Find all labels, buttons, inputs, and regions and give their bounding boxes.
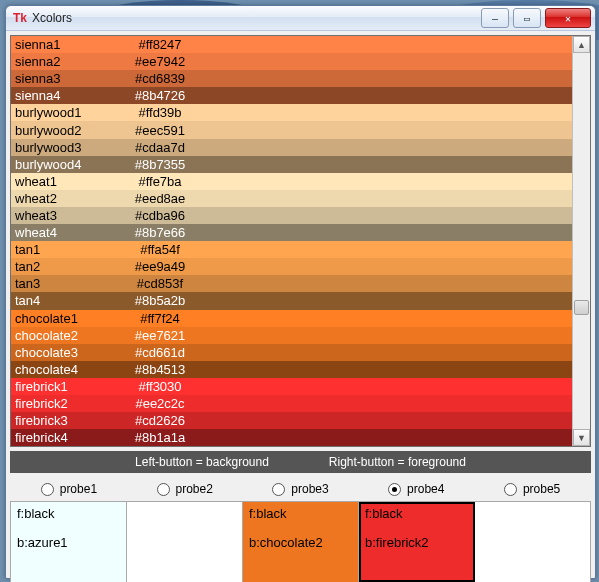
color-row[interactable]: burlywood1#ffd39b (11, 104, 572, 121)
color-row[interactable]: chocolate4#8b4513 (11, 361, 572, 378)
color-hex: #ee7621 (115, 328, 205, 343)
color-row[interactable]: tan4#8b5a2b (11, 292, 572, 309)
color-hex: #ff8247 (115, 37, 205, 52)
radio-icon (388, 483, 401, 496)
color-row[interactable]: tan2#ee9a49 (11, 258, 572, 275)
color-row[interactable]: sienna4#8b4726 (11, 87, 572, 104)
radio-icon (272, 483, 285, 496)
color-name: wheat2 (15, 191, 115, 206)
probe-radio-label: probe1 (60, 482, 97, 496)
help-bar: Left-button = background Right-button = … (10, 451, 591, 473)
color-hex: #8b5a2b (115, 293, 205, 308)
color-row[interactable]: firebrick4#8b1a1a (11, 429, 572, 446)
color-row[interactable]: wheat4#8b7e66 (11, 224, 572, 241)
color-name: burlywood3 (15, 140, 115, 155)
color-hex: #8b1a1a (115, 430, 205, 445)
color-hex: #ffe7ba (115, 174, 205, 189)
color-hex: #cd2626 (115, 413, 205, 428)
probe-cell[interactable] (475, 502, 590, 582)
color-name: firebrick3 (15, 413, 115, 428)
color-list: sienna1#ff8247sienna2#ee7942sienna3#cd68… (10, 35, 591, 447)
color-row[interactable]: firebrick1#ff3030 (11, 378, 572, 395)
color-name: wheat3 (15, 208, 115, 223)
color-name: burlywood2 (15, 123, 115, 138)
color-name: burlywood4 (15, 157, 115, 172)
color-hex: #ff7f24 (115, 311, 205, 326)
color-hex: #cdaa7d (115, 140, 205, 155)
probe-radio-row: probe1probe2probe3probe4probe5 (10, 475, 591, 501)
probe-cell[interactable]: f:blackb:azure1 (11, 502, 127, 582)
color-name: burlywood1 (15, 105, 115, 120)
color-name: wheat1 (15, 174, 115, 189)
color-row[interactable]: sienna3#cd6839 (11, 70, 572, 87)
color-name: chocolate3 (15, 345, 115, 360)
probe-cell[interactable]: f:blackb:firebrick2 (359, 502, 475, 582)
color-hex: #8b4513 (115, 362, 205, 377)
color-hex: #eec591 (115, 123, 205, 138)
color-row[interactable]: wheat1#ffe7ba (11, 173, 572, 190)
probe-radio-probe3[interactable]: probe3 (243, 482, 359, 496)
color-row[interactable]: burlywood3#cdaa7d (11, 139, 572, 156)
scroll-up-button[interactable]: ▲ (573, 36, 590, 53)
color-row[interactable]: wheat2#eed8ae (11, 190, 572, 207)
close-button[interactable]: ✕ (545, 8, 591, 28)
color-name: wheat4 (15, 225, 115, 240)
scrollbar[interactable]: ▲ ▼ (572, 36, 590, 446)
probe-radio-probe4[interactable]: probe4 (358, 482, 474, 496)
color-row[interactable]: burlywood4#8b7355 (11, 156, 572, 173)
probe-cell[interactable] (127, 502, 243, 582)
probe-fg-label: f:black (17, 506, 120, 521)
radio-icon (504, 483, 517, 496)
color-row[interactable]: burlywood2#eec591 (11, 121, 572, 138)
color-row[interactable]: tan3#cd853f (11, 275, 572, 292)
scroll-thumb[interactable] (574, 300, 589, 315)
minimize-button[interactable]: — (481, 8, 509, 28)
color-name: sienna3 (15, 71, 115, 86)
color-hex: #8b4726 (115, 88, 205, 103)
color-hex: #ffa54f (115, 242, 205, 257)
help-left: Left-button = background (135, 455, 269, 469)
probe-cell[interactable]: f:blackb:chocolate2 (243, 502, 359, 582)
color-name: tan3 (15, 276, 115, 291)
color-name: chocolate4 (15, 362, 115, 377)
color-hex: #eed8ae (115, 191, 205, 206)
probe-radio-probe5[interactable]: probe5 (474, 482, 590, 496)
color-name: tan1 (15, 242, 115, 257)
color-name: sienna1 (15, 37, 115, 52)
probe-fg-label: f:black (365, 506, 468, 521)
color-hex: #ee2c2c (115, 396, 205, 411)
color-row[interactable]: sienna2#ee7942 (11, 53, 572, 70)
scroll-down-button[interactable]: ▼ (573, 429, 590, 446)
color-name: sienna2 (15, 54, 115, 69)
color-hex: #cd853f (115, 276, 205, 291)
titlebar[interactable]: Tk Xcolors — ▭ ✕ (6, 6, 595, 31)
color-row[interactable]: firebrick3#cd2626 (11, 412, 572, 429)
color-hex: #cdba96 (115, 208, 205, 223)
probe-radio-probe1[interactable]: probe1 (11, 482, 127, 496)
probe-bg-label: b:firebrick2 (365, 535, 468, 550)
color-row[interactable]: chocolate3#cd661d (11, 344, 572, 361)
probe-cells: f:blackb:azure1f:blackb:chocolate2f:blac… (10, 501, 591, 582)
probe-radio-label: probe3 (291, 482, 328, 496)
help-right: Right-button = foreground (329, 455, 466, 469)
color-name: sienna4 (15, 88, 115, 103)
probe-bg-label: b:chocolate2 (249, 535, 352, 550)
probe-fg-label: f:black (249, 506, 352, 521)
color-row[interactable]: sienna1#ff8247 (11, 36, 572, 53)
color-name: firebrick2 (15, 396, 115, 411)
color-name: chocolate1 (15, 311, 115, 326)
color-hex: #ff3030 (115, 379, 205, 394)
maximize-button[interactable]: ▭ (513, 8, 541, 28)
probe-radio-label: probe2 (176, 482, 213, 496)
color-row[interactable]: firebrick2#ee2c2c (11, 395, 572, 412)
window: Tk Xcolors — ▭ ✕ sienna1#ff8247sienna2#e… (5, 5, 596, 579)
probe-radio-probe2[interactable]: probe2 (127, 482, 243, 496)
probe-radio-label: probe4 (407, 482, 444, 496)
color-row[interactable]: chocolate2#ee7621 (11, 327, 572, 344)
color-row[interactable]: chocolate1#ff7f24 (11, 310, 572, 327)
app-icon: Tk (12, 10, 28, 26)
probe-radio-label: probe5 (523, 482, 560, 496)
color-row[interactable]: wheat3#cdba96 (11, 207, 572, 224)
radio-icon (41, 483, 54, 496)
color-row[interactable]: tan1#ffa54f (11, 241, 572, 258)
